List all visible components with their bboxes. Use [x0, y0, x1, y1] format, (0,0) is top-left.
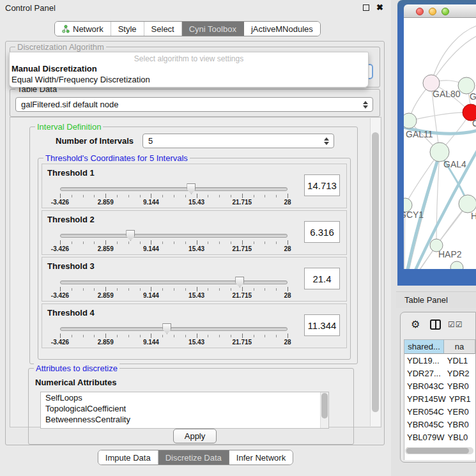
- gear-icon[interactable]: ⚙: [411, 319, 420, 330]
- settings-scroll-panel: Interval Definition Number of Intervals …: [10, 117, 381, 427]
- zoom-traffic-light-icon[interactable]: [441, 8, 449, 15]
- apply-button[interactable]: Apply: [173, 429, 217, 443]
- tab-label: Style: [118, 24, 137, 34]
- spinner-arrows: [324, 137, 330, 146]
- close-icon[interactable]: ✖: [376, 3, 383, 13]
- panel-scrollbar[interactable]: [370, 118, 380, 426]
- popup-option-manual-discretization[interactable]: Manual Discretization: [10, 63, 368, 74]
- table-data-combo[interactable]: galFiltered.sif default node: [15, 97, 373, 112]
- list-item[interactable]: SelfLoops: [41, 392, 320, 403]
- slider-ticks: [60, 334, 288, 339]
- minimize-traffic-light-icon[interactable]: [429, 8, 436, 15]
- network-node[interactable]: [450, 261, 463, 269]
- slider-tick-labels: -3.4262.8599.14415.4321.71528: [60, 339, 288, 346]
- slider-thumb[interactable]: [162, 323, 171, 334]
- slider-thumb[interactable]: [187, 183, 196, 194]
- threshold-3-panel: Threshold 3 -3.4262.8599.14415.4321.7152…: [42, 257, 347, 302]
- popup-hint: Select algorithm to view settings: [10, 52, 368, 63]
- tab-label: Network: [73, 24, 104, 34]
- network-edge[interactable]: [409, 112, 471, 121]
- spinner-arrows: [363, 100, 369, 109]
- node-table: shared... na YDL19...YDL1YDR27...YDR2YBR…: [404, 339, 475, 460]
- threshold-value-field[interactable]: 21.4: [304, 268, 340, 289]
- tab-jactivemnodules[interactable]: jActiveMNodules: [244, 22, 320, 36]
- numerical-attributes-list[interactable]: SelfLoopsTopologicalCoefficientBetweenne…: [40, 392, 329, 429]
- close-traffic-light-icon[interactable]: [416, 8, 424, 15]
- popup-option-equal-width-frequency[interactable]: Equal Width/Frequency Discretization: [10, 74, 368, 85]
- tab-label: Discretize Data: [165, 453, 222, 463]
- threshold-1-slider[interactable]: -3.4262.8599.14415.4321.71528: [60, 183, 288, 206]
- top-tabstrip: Network Style Select Cyni Toolbox jActiv…: [54, 21, 321, 36]
- slider-thumb[interactable]: [126, 230, 135, 241]
- tab-infer-network[interactable]: Infer Network: [229, 450, 293, 464]
- split-columns-icon[interactable]: [430, 319, 441, 330]
- table-body: YDL19...YDL1YDR27...YDR2YBR043CYBR0YPR14…: [404, 354, 475, 460]
- threshold-4-slider[interactable]: -3.4262.8599.14415.4321.71528: [60, 323, 288, 346]
- tab-style[interactable]: Style: [111, 22, 144, 36]
- num-intervals-label: Number of Intervals: [56, 136, 134, 146]
- threshold-3-slider[interactable]: -3.4262.8599.14415.4321.71528: [60, 277, 288, 300]
- table-panel-window: ⚙ ☑☑ shared... na YDL19...YDL1YDR27...YD…: [400, 312, 476, 463]
- tab-label: Select: [151, 24, 174, 34]
- node-label: H: [471, 211, 476, 221]
- threshold-2-slider[interactable]: -3.4262.8599.14415.4321.71528: [60, 230, 288, 253]
- slider-ticks: [60, 287, 288, 292]
- float-icon[interactable]: [363, 4, 369, 11]
- slider-track[interactable]: [60, 327, 288, 331]
- node-label: GA: [470, 91, 476, 102]
- panel-title: Control Panel: [5, 3, 56, 13]
- table-row[interactable]: YBL079WYBL0: [404, 431, 475, 443]
- column-header-shared-name[interactable]: shared...: [404, 340, 444, 354]
- threshold-label: Threshold 4: [47, 308, 95, 318]
- table-row[interactable]: YER054CYER0: [404, 405, 475, 418]
- threshold-label: Threshold 2: [47, 215, 95, 224]
- threshold-value-field[interactable]: 6.316: [304, 221, 340, 243]
- column-header-name[interactable]: na: [444, 340, 475, 354]
- slider-track[interactable]: [60, 280, 288, 284]
- list-item[interactable]: TopologicalCoefficient: [41, 403, 320, 414]
- tab-discretize-data[interactable]: Discretize Data: [158, 450, 229, 464]
- bottom-tabstrip: Impute Data Discretize Data Infer Networ…: [98, 450, 293, 465]
- table-hscrollbar[interactable]: [405, 447, 473, 454]
- network-edge[interactable]: [405, 268, 457, 269]
- threshold-value-field[interactable]: 11.344: [304, 314, 340, 336]
- network-window-titlebar[interactable]: [404, 4, 476, 18]
- tab-label: Cyni Toolbox: [189, 24, 236, 34]
- cyni-panel: Discretization Algorithm Table Data galF…: [5, 41, 385, 445]
- interval-definition-group: Interval Definition Number of Intervals …: [29, 127, 358, 364]
- node-label: GAL11: [406, 129, 433, 139]
- network-view-window: GAL80GACGAL11GAL4GCY1HHAP2: [397, 0, 476, 286]
- slider-tick-labels: -3.4262.8599.14415.4321.71528: [60, 199, 288, 206]
- slider-track[interactable]: [60, 187, 288, 191]
- slider-track[interactable]: [60, 234, 288, 238]
- slider-thumb[interactable]: [235, 277, 244, 288]
- list-item[interactable]: BetweennessCentrality: [41, 414, 320, 425]
- table-row[interactable]: YPR145WYPR1: [404, 392, 475, 405]
- tab-cyni-toolbox[interactable]: Cyni Toolbox: [182, 22, 244, 36]
- network-node[interactable]: [404, 113, 417, 128]
- node-label: GCY1: [404, 210, 424, 220]
- table-row[interactable]: YBR043CYBR0: [404, 380, 475, 392]
- num-intervals-combo[interactable]: 5: [142, 134, 334, 148]
- group-title: Attributes to discretize: [34, 364, 119, 373]
- select-columns-icon[interactable]: ☑☑: [448, 320, 463, 329]
- table-toolbar: ⚙ ☑☑: [401, 312, 475, 338]
- attributes-scrollbar[interactable]: [320, 392, 328, 428]
- tab-network[interactable]: Network: [55, 22, 111, 36]
- table-row[interactable]: YIL053CYIL0: [404, 456, 475, 460]
- numerical-attributes-label: Numerical Attributes: [35, 378, 116, 387]
- table-row[interactable]: YDR27...YDR2: [404, 367, 475, 380]
- node-label: HAP2: [438, 249, 462, 259]
- threshold-value-field[interactable]: 14.713: [304, 174, 340, 196]
- table-row[interactable]: YBR045CYBR0: [404, 418, 475, 431]
- tab-label: jActiveMNodules: [251, 24, 313, 34]
- threshold-1-panel: Threshold 1 -3.4262.8599.14415.4321.7152…: [42, 164, 347, 208]
- right-column: GAL80GACGAL11GAL4GCY1HHAP2 Table Panel ⚙…: [396, 0, 476, 476]
- network-canvas[interactable]: GAL80GACGAL11GAL4GCY1HHAP2: [404, 18, 476, 269]
- group-title: Discretization Algorithm: [15, 42, 106, 52]
- network-edge[interactable]: [431, 36, 476, 83]
- table-row[interactable]: YDL19...YDL1: [404, 354, 475, 367]
- network-node[interactable]: [459, 195, 476, 213]
- tab-select[interactable]: Select: [144, 22, 182, 36]
- tab-impute-data[interactable]: Impute Data: [98, 450, 158, 464]
